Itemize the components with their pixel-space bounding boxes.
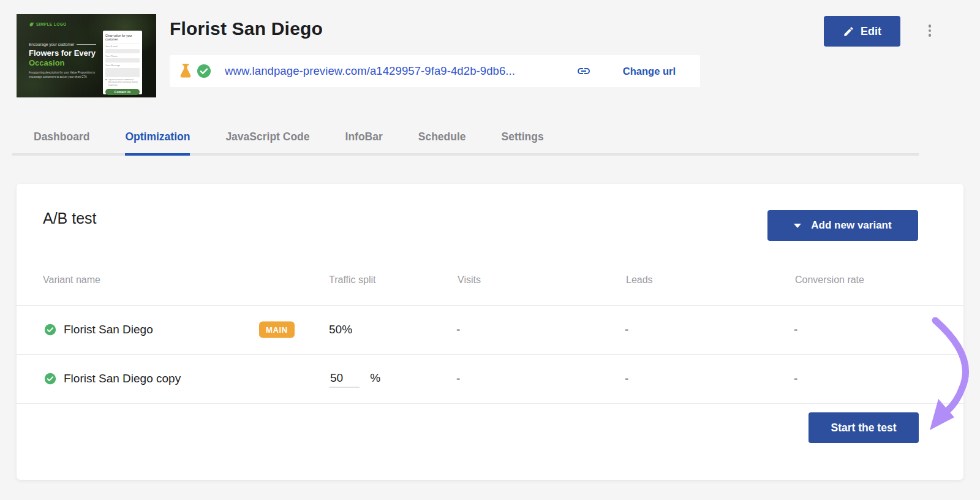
caret-down-icon	[794, 224, 801, 228]
traffic-split-input[interactable]	[329, 370, 360, 388]
tab-schedule[interactable]: Schedule	[418, 131, 466, 156]
column-leads: Leads	[626, 275, 653, 286]
table-row: Florist San Diego MAIN 50% - - -	[17, 305, 963, 354]
column-variant-name: Variant name	[43, 275, 100, 286]
check-circle-icon	[44, 373, 56, 385]
conversion-rate-value: -	[794, 372, 797, 385]
tab-optimization[interactable]: Optimization	[125, 131, 190, 156]
visits-value: -	[456, 323, 460, 336]
visits-value: -	[456, 372, 460, 385]
variant-name: Florist San Diego	[64, 323, 153, 336]
tab-settings[interactable]: Settings	[502, 131, 544, 156]
divider	[17, 403, 963, 404]
main-badge: MAIN	[259, 322, 295, 338]
traffic-split-value: 50%	[329, 323, 352, 336]
conversion-rate-value: -	[794, 323, 797, 336]
leads-value: -	[625, 323, 628, 336]
leads-value: -	[625, 372, 628, 385]
add-new-variant-button[interactable]: Add new variant	[767, 210, 918, 241]
start-the-test-button[interactable]: Start the test	[809, 412, 919, 443]
tab-bar: Dashboard Optimization JavaScript Code I…	[0, 0, 980, 159]
variant-name: Florist San Diego copy	[64, 372, 181, 385]
check-circle-icon	[44, 324, 56, 336]
percent-suffix: %	[370, 371, 380, 384]
ab-test-title: A/B test	[43, 210, 97, 227]
add-new-variant-label: Add new variant	[811, 219, 891, 232]
table-row: Florist San Diego copy % - - -	[17, 354, 963, 403]
column-conversion-rate: Conversion rate	[795, 275, 864, 286]
column-traffic-split: Traffic split	[329, 275, 375, 286]
tab-infobar[interactable]: InfoBar	[345, 131, 383, 156]
tab-dashboard[interactable]: Dashboard	[34, 131, 89, 156]
column-visits: Visits	[458, 275, 481, 286]
page: SIMPLE LOGO Encourage your customer Flow…	[0, 0, 980, 500]
ab-test-card: A/B test Add new variant Variant name Tr…	[17, 184, 963, 480]
tab-javascript-code[interactable]: JavaScript Code	[225, 131, 309, 156]
